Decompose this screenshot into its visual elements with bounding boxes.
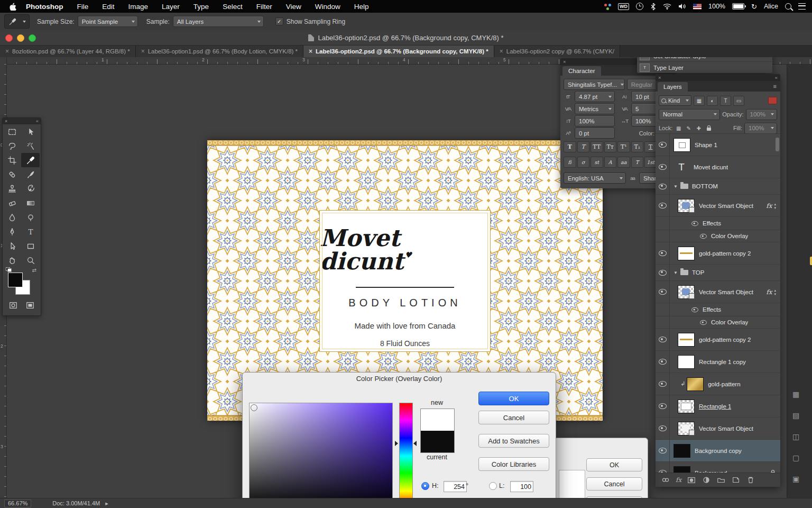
user-name[interactable]: Alice: [764, 3, 778, 10]
smart-object-thumbnail[interactable]: [678, 422, 695, 436]
visibility-toggle[interactable]: [656, 418, 670, 439]
layer-row-vector-smart-object[interactable]: Vector Smart Object fx▴▾: [656, 195, 780, 217]
menu-select[interactable]: Select: [223, 3, 243, 11]
adjustment-layer-icon[interactable]: [702, 475, 711, 485]
faux-italic-button[interactable]: T: [577, 141, 590, 152]
layer-thumbnail[interactable]: [678, 355, 695, 369]
filter-kind-select[interactable]: Kind: [659, 95, 691, 106]
filter-shape-layers-icon[interactable]: ▭: [733, 96, 744, 106]
sample-select[interactable]: All Layers: [173, 16, 264, 27]
hue-slider-arrow-right[interactable]: [413, 441, 417, 446]
tool-path-select[interactable]: [3, 239, 21, 253]
faux-bold-button[interactable]: T: [564, 141, 576, 152]
screen-mode-icon[interactable]: [25, 301, 35, 311]
color-overlay-row[interactable]: Color Overlay: [656, 230, 780, 242]
tool-dodge[interactable]: [21, 210, 40, 224]
visibility-toggle[interactable]: [656, 265, 670, 280]
dock-icon-filled[interactable]: ▣: [792, 475, 799, 483]
cancel-button[interactable]: Cancel: [478, 411, 549, 424]
wifi-icon[interactable]: [663, 3, 671, 10]
visibility-toggle[interactable]: [656, 281, 670, 303]
menu-edit[interactable]: Edit: [102, 3, 114, 11]
kerning-select[interactable]: Metrics: [575, 103, 615, 114]
layer-thumbnail[interactable]: [678, 400, 695, 413]
discretionary-ligatures-button[interactable]: st: [590, 157, 603, 168]
lock-position-icon[interactable]: ✚: [695, 125, 703, 131]
visibility-toggle[interactable]: [656, 195, 670, 216]
eye-icon[interactable]: [700, 320, 707, 324]
menu-filter[interactable]: Filter: [256, 3, 272, 11]
swash-button[interactable]: A: [604, 157, 617, 168]
group-row-top[interactable]: ▼TOP: [656, 265, 780, 281]
wd-drive-icon[interactable]: WD: [618, 3, 629, 10]
effects-row[interactable]: Effects: [656, 303, 780, 316]
tab-character[interactable]: Character: [562, 66, 601, 76]
ok-button[interactable]: OK: [478, 392, 549, 405]
hue-slider-arrow-left[interactable]: [395, 441, 398, 446]
filter-type-layers-icon[interactable]: T: [720, 96, 731, 106]
tool-eyedropper-selected[interactable]: [21, 153, 40, 167]
layer-row-gold-pattern[interactable]: ↳gold-pattern: [656, 373, 780, 395]
tool-zoom[interactable]: [21, 253, 40, 267]
current-color[interactable]: [421, 431, 454, 452]
saturation-brightness-field[interactable]: [249, 403, 393, 508]
layer-row-vector-smart-object[interactable]: Vector Smart Object fx▴▾: [656, 281, 780, 303]
color-overlay-row[interactable]: Color Overlay: [656, 316, 780, 329]
tool-eraser[interactable]: [3, 196, 21, 210]
style-cancel-button[interactable]: Cancel: [586, 477, 642, 491]
delete-layer-icon[interactable]: [746, 475, 755, 485]
time-machine-icon[interactable]: [636, 3, 643, 10]
filter-adjustment-layers-icon[interactable]: ◐: [707, 96, 718, 106]
tool-hand[interactable]: [3, 253, 21, 267]
tool-healing-brush[interactable]: [3, 167, 21, 182]
tool-clone-stamp[interactable]: [3, 182, 21, 196]
lock-all-icon[interactable]: [705, 125, 713, 132]
visibility-toggle[interactable]: [656, 440, 670, 461]
menu-layer[interactable]: Layer: [162, 3, 180, 11]
fill-select[interactable]: 100%: [744, 123, 777, 134]
panel-menu-icon[interactable]: ≡: [773, 83, 777, 89]
tool-pen[interactable]: [3, 224, 21, 239]
vertical-scale-field[interactable]: 100%: [575, 115, 615, 126]
layer-row-movet-dicunt[interactable]: TMovet dicunt: [656, 156, 780, 178]
tool-magic-wand[interactable]: [21, 139, 40, 153]
filter-on-toggle[interactable]: [768, 97, 777, 104]
layer-row-background-copy-selected[interactable]: Background copy: [656, 440, 780, 462]
collapse-panel-icon[interactable]: «: [36, 119, 39, 124]
link-layers-icon[interactable]: [661, 475, 670, 485]
menu-image[interactable]: Image: [128, 3, 149, 11]
all-caps-button[interactable]: TT: [590, 141, 603, 152]
layer-row-shape-1[interactable]: Shape 1: [656, 134, 780, 156]
menu-view[interactable]: View: [286, 3, 301, 11]
close-tab-icon[interactable]: ×: [5, 48, 9, 55]
collapse-group-icon[interactable]: ▼: [673, 270, 678, 275]
hue-input[interactable]: [444, 481, 467, 492]
window-title-bar[interactable]: Label36-option2.psd @ 66.7% (Background …: [0, 30, 812, 46]
smart-object-thumbnail[interactable]: [678, 199, 695, 213]
sync-icon[interactable]: ↻: [751, 3, 757, 11]
collapsed-panel-tab[interactable]: [810, 257, 812, 265]
font-size-select[interactable]: 4.87 pt: [575, 91, 615, 102]
visibility-toggle[interactable]: [656, 178, 670, 194]
visibility-toggle[interactable]: [656, 373, 670, 395]
smart-object-thumbnail[interactable]: [678, 285, 695, 299]
close-panel-icon[interactable]: ×: [563, 59, 566, 65]
input-language-flag-icon[interactable]: [693, 4, 702, 10]
close-tab-icon[interactable]: ×: [309, 48, 312, 55]
layers-scrollbar-thumb[interactable]: [776, 138, 779, 151]
fx-badge[interactable]: fx: [766, 288, 774, 296]
blend-mode-select[interactable]: Normal: [659, 109, 720, 120]
subscript-button[interactable]: T₁: [631, 141, 644, 152]
hue-slider[interactable]: [399, 403, 413, 508]
default-colors-icon[interactable]: [6, 267, 12, 272]
add-mask-icon[interactable]: [687, 475, 696, 485]
tab-label36-option2-copy[interactable]: × Label36-option2 copy @ 66.7% (CMYK/: [494, 45, 620, 57]
collapse-panel-icon[interactable]: «: [775, 75, 778, 80]
tab-layers[interactable]: Layers: [658, 82, 688, 92]
tool-blur[interactable]: [3, 210, 21, 224]
history-state[interactable]: T Type Layer: [637, 62, 772, 73]
volume-icon[interactable]: [678, 3, 686, 10]
language-select[interactable]: English: USA: [564, 173, 626, 184]
visibility-toggle[interactable]: [656, 329, 670, 350]
layer-thumbnail[interactable]: [673, 466, 690, 474]
